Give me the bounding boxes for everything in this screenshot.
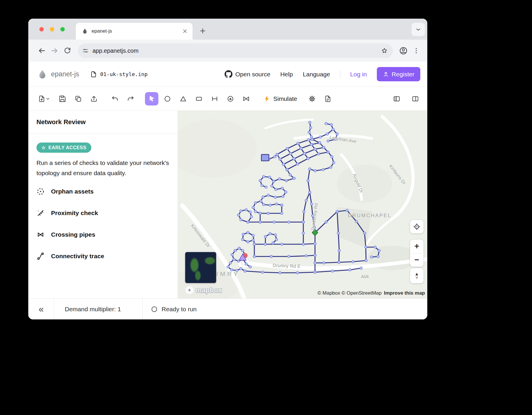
network-junction-node[interactable] <box>238 247 241 250</box>
network-junction-node[interactable] <box>338 249 341 252</box>
network-junction-node[interactable] <box>273 221 276 224</box>
network-junction-node[interactable] <box>259 212 262 215</box>
simulate-button[interactable]: Simulate <box>259 92 301 105</box>
network-junction-node[interactable] <box>352 261 354 263</box>
network-junction-node[interactable] <box>286 147 289 150</box>
network-junction-node[interactable] <box>365 246 367 249</box>
network-junction-node[interactable] <box>252 206 255 209</box>
network-junction-node[interactable] <box>314 254 316 257</box>
network-junction-node[interactable] <box>332 128 335 131</box>
network-junction-node[interactable] <box>259 221 262 224</box>
network-junction-node[interactable] <box>247 221 249 224</box>
network-junction-node[interactable] <box>288 255 290 258</box>
register-button[interactable]: Register <box>377 67 420 81</box>
browser-tab[interactable]: epanet-js <box>76 23 192 40</box>
network-junction-node[interactable] <box>293 177 295 180</box>
network-junction-node[interactable] <box>286 168 288 171</box>
network-junction-node[interactable] <box>307 157 309 160</box>
tank-marker[interactable] <box>261 154 269 161</box>
network-junction-node[interactable] <box>262 203 265 206</box>
network-junction-node[interactable] <box>318 142 321 144</box>
network-junction-node[interactable] <box>227 266 230 268</box>
network-pipe[interactable] <box>284 147 324 164</box>
file-chip[interactable]: 01-uk-style.inp <box>90 71 148 78</box>
network-pipe[interactable] <box>315 262 339 263</box>
network-junction-node[interactable] <box>309 121 311 124</box>
network-junction-node[interactable] <box>240 210 242 212</box>
improve-map-link[interactable]: Improve this map <box>384 290 425 296</box>
check-item-orphan-assets[interactable]: Orphan assets <box>36 187 169 196</box>
network-junction-node[interactable] <box>327 151 330 154</box>
network-junction-node[interactable] <box>377 255 379 258</box>
duplicate-button[interactable] <box>71 92 85 105</box>
network-junction-node[interactable] <box>323 146 325 149</box>
pitch-control[interactable]: ▲ ▼ <box>410 268 424 283</box>
network-junction-node[interactable] <box>253 243 256 246</box>
network-junction-node[interactable] <box>336 133 339 136</box>
network-junction-node[interactable] <box>230 269 233 271</box>
network-junction-node[interactable] <box>229 262 232 264</box>
language-link[interactable]: Language <box>303 71 330 78</box>
network-junction-node[interactable] <box>349 269 351 271</box>
url-text[interactable]: app.epanetjs.com <box>92 48 381 54</box>
network-junction-node[interactable] <box>336 210 339 213</box>
network-junction-node[interactable] <box>334 138 337 141</box>
network-junction-node[interactable] <box>322 168 325 171</box>
network-junction-node[interactable] <box>331 270 334 272</box>
network-junction-node[interactable] <box>314 242 316 245</box>
network-junction-node[interactable] <box>237 214 240 217</box>
network-junction-node[interactable] <box>272 180 275 183</box>
network-junction-node[interactable] <box>274 196 277 199</box>
network-pipe[interactable] <box>260 205 282 222</box>
network-junction-node[interactable] <box>289 174 292 176</box>
check-item-connectivity-trace[interactable]: Connectivity trace <box>36 252 169 260</box>
network-pipe[interactable] <box>280 143 320 159</box>
settings-button[interactable] <box>305 92 319 105</box>
browser-menu-button[interactable] <box>410 44 423 57</box>
network-junction-node[interactable] <box>264 243 267 246</box>
network-junction-node[interactable] <box>249 211 252 214</box>
network-pipe[interactable] <box>261 178 294 205</box>
network-junction-node[interactable] <box>310 143 313 146</box>
forward-button[interactable] <box>48 44 61 57</box>
network-junction-node[interactable] <box>314 262 316 264</box>
network-junction-node[interactable] <box>269 204 272 207</box>
network-junction-node[interactable] <box>305 255 308 257</box>
network-junction-node[interactable] <box>275 203 278 205</box>
tab-close-icon[interactable] <box>182 28 188 34</box>
tank-tool-button[interactable] <box>192 92 206 105</box>
undo-button[interactable] <box>108 92 122 105</box>
network-junction-node[interactable] <box>363 232 366 235</box>
network-junction-node[interactable] <box>240 268 242 270</box>
check-item-proximity[interactable]: Proximity check <box>36 209 169 217</box>
network-junction-node[interactable] <box>236 269 238 272</box>
network-junction-node[interactable] <box>319 136 322 138</box>
network-junction-node[interactable] <box>303 152 306 155</box>
network-junction-node[interactable] <box>254 210 257 213</box>
network-junction-node[interactable] <box>288 221 290 224</box>
network-junction-node[interactable] <box>337 232 340 235</box>
network-junction-node[interactable] <box>325 221 328 224</box>
toggle-left-panel-button[interactable] <box>390 92 403 105</box>
network-junction-node[interactable] <box>360 267 363 270</box>
mapbox-logo[interactable]: mapbox <box>186 286 222 294</box>
network-junction-node[interactable] <box>305 199 308 202</box>
network-junction-node[interactable] <box>233 258 235 261</box>
maximize-window-button[interactable] <box>60 27 65 31</box>
network-junction-node[interactable] <box>267 194 270 197</box>
network-junction-node[interactable] <box>332 161 335 164</box>
network-junction-node[interactable] <box>314 170 316 172</box>
network-junction-node[interactable] <box>259 180 262 182</box>
network-junction-node[interactable] <box>327 140 330 143</box>
select-tool-button[interactable] <box>145 92 158 105</box>
reservoir-tool-button[interactable] <box>176 92 190 105</box>
network-junction-node[interactable] <box>276 153 279 156</box>
network-junction-node[interactable] <box>265 186 267 189</box>
network-junction-node[interactable] <box>274 234 277 236</box>
network-junction-node[interactable] <box>281 243 283 246</box>
network-junction-node[interactable] <box>309 191 311 194</box>
report-button[interactable] <box>321 92 335 105</box>
network-junction-node[interactable] <box>275 188 277 191</box>
network-junction-node[interactable] <box>253 255 256 258</box>
url-bar[interactable]: app.epanetjs.com <box>78 43 393 58</box>
